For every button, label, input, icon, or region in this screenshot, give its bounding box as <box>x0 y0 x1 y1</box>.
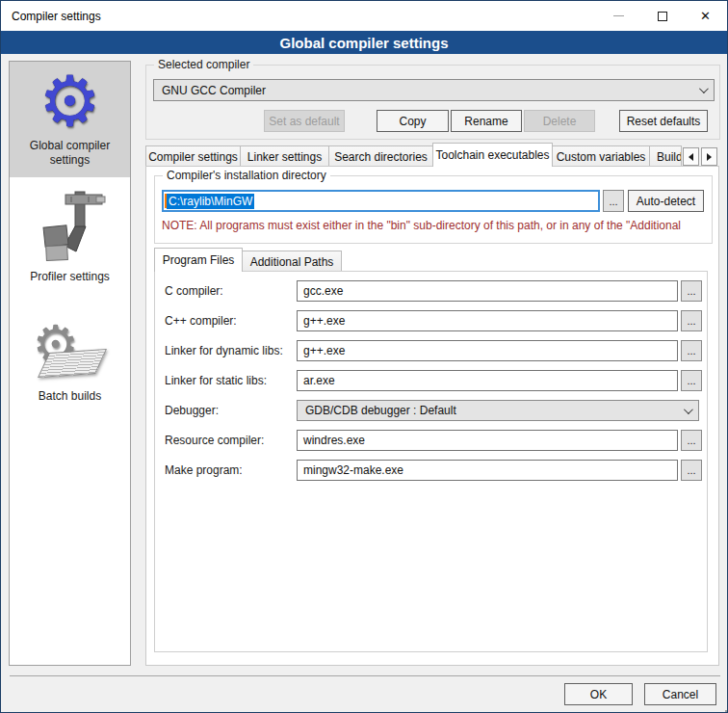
copy-button[interactable]: Copy <box>377 110 449 132</box>
browse-button[interactable]: ... <box>681 340 702 361</box>
tab-toolchain-executables[interactable]: Toolchain executables <box>432 143 553 167</box>
auto-detect-button[interactable]: Auto-detect <box>628 190 704 212</box>
field-label: Linker for static libs: <box>165 374 297 387</box>
installation-directory-row: C:\raylib\MinGW ... Auto-detect <box>162 190 704 212</box>
delete-button: Delete <box>524 110 595 132</box>
program-files-panel: C compiler: gcc.exe ... C++ compiler: g+… <box>154 271 708 652</box>
settings-sidebar: ⚙ Global compiler settings Profiler sett… <box>9 61 131 666</box>
compiler-select[interactable]: GNU GCC Compiler <box>153 79 715 101</box>
tab-compiler-settings[interactable]: Compiler settings <box>145 145 241 167</box>
tab-custom-variables[interactable]: Custom variables <box>552 145 650 167</box>
make-program-row: Make program: mingw32-make.exe ... <box>155 460 707 481</box>
right-arrow-icon <box>707 153 712 161</box>
dynamic-linker-row: Linker for dynamic libs: g++.exe ... <box>155 340 707 361</box>
sidebar-item-label: Batch builds <box>35 387 105 409</box>
maximize-button[interactable] <box>640 1 684 31</box>
resource-compiler-row: Resource compiler: windres.exe ... <box>155 430 707 451</box>
sidebar-item-label: Profiler settings <box>26 268 114 290</box>
reset-defaults-button[interactable]: Reset defaults <box>619 110 708 132</box>
make-program-input[interactable]: mingw32-make.exe <box>297 460 678 481</box>
tab-program-files[interactable]: Program Files <box>154 248 243 272</box>
minimize-button[interactable] <box>597 1 640 31</box>
sidebar-item-label: Global compiler settings <box>10 137 130 173</box>
tab-search-directories[interactable]: Search directories <box>328 145 433 167</box>
sidebar-item-global-compiler-settings[interactable]: ⚙ Global compiler settings <box>10 62 130 177</box>
titlebar: Compiler settings ✕ <box>1 1 727 31</box>
resize-grip[interactable] <box>721 706 723 708</box>
field-label: Linker for dynamic libs: <box>165 344 297 357</box>
blue-gear-icon: ⚙ <box>39 66 101 137</box>
static-linker-row: Linker for static libs: ar.exe ... <box>155 370 707 391</box>
set-as-default-button: Set as default <box>264 110 345 132</box>
static-linker-input[interactable]: ar.exe <box>297 370 678 391</box>
cancel-button[interactable]: Cancel <box>644 683 716 705</box>
browse-button[interactable]: ... <box>681 430 702 451</box>
cpp-compiler-input[interactable]: g++.exe <box>297 310 678 331</box>
ok-button[interactable]: OK <box>564 683 633 705</box>
debugger-select-value: GDB/CDB debugger : Default <box>305 404 684 417</box>
left-arrow-icon <box>689 153 693 161</box>
field-label: Resource compiler: <box>165 434 297 447</box>
c-compiler-row: C compiler: gcc.exe ... <box>155 280 707 302</box>
batch-builds-icon: ⚙ <box>27 322 114 387</box>
browse-button[interactable]: ... <box>681 280 702 302</box>
field-label: Make program: <box>165 463 297 477</box>
tab-scroll-right-button[interactable] <box>701 147 717 166</box>
program-files-tabstrip: Program Files Additional Paths <box>154 248 341 272</box>
dynamic-linker-input[interactable]: g++.exe <box>297 340 678 361</box>
chevron-down-icon <box>699 84 709 93</box>
cpp-compiler-row: C++ compiler: g++.exe ... <box>155 310 707 331</box>
debugger-row: Debugger: GDB/CDB debugger : Default <box>155 400 707 421</box>
selected-path-text: C:\raylib\MinGW <box>167 194 254 209</box>
compiler-select-value: GNU GCC Compiler <box>162 84 699 97</box>
sidebar-item-profiler-settings[interactable]: Profiler settings <box>10 187 130 291</box>
field-label: C++ compiler: <box>165 314 297 328</box>
note-text: NOTE: All programs must exist either in … <box>162 219 707 232</box>
field-label: Debugger: <box>165 404 297 417</box>
tab-linker-settings[interactable]: Linker settings <box>240 145 329 167</box>
group-label: Compiler's installation directory <box>163 169 330 182</box>
settings-tabstrip: Compiler settings Linker settings Search… <box>145 143 717 167</box>
selected-compiler-group: Selected compiler GNU GCC Compiler Set a… <box>145 65 720 140</box>
browse-button[interactable]: ... <box>681 460 702 481</box>
window-title: Compiler settings <box>1 10 597 23</box>
group-label: Selected compiler <box>154 58 253 71</box>
sidebar-item-batch-builds[interactable]: ⚙ Batch builds <box>10 316 130 414</box>
page-title: Global compiler settings <box>1 31 727 54</box>
tab-build-options[interactable]: Build <box>649 145 682 167</box>
chevron-down-icon <box>684 405 693 414</box>
caliper-icon <box>33 188 108 268</box>
toolchain-executables-page: Compiler's installation directory C:\ray… <box>145 166 719 666</box>
close-button[interactable]: ✕ <box>684 1 727 31</box>
installation-directory-input[interactable]: C:\raylib\MinGW <box>162 190 600 212</box>
installation-directory-group: Compiler's installation directory C:\ray… <box>154 175 713 244</box>
tab-additional-paths[interactable]: Additional Paths <box>242 251 342 272</box>
compiler-buttons-row: Set as default Copy Rename Delete Reset … <box>146 110 719 132</box>
browse-button[interactable]: ... <box>681 370 702 391</box>
resource-compiler-input[interactable]: windres.exe <box>297 430 678 451</box>
maximize-icon <box>658 12 667 21</box>
tab-scroll-left-button[interactable] <box>683 147 699 166</box>
browse-button[interactable]: ... <box>681 310 702 331</box>
compiler-settings-dialog: Compiler settings ✕ Global compiler sett… <box>0 0 728 713</box>
rename-button[interactable]: Rename <box>451 110 522 132</box>
debugger-select[interactable]: GDB/CDB debugger : Default <box>297 400 699 421</box>
field-label: C compiler: <box>165 284 297 298</box>
minimize-icon <box>613 15 624 16</box>
footer-divider <box>10 675 720 676</box>
close-icon: ✕ <box>700 10 711 22</box>
c-compiler-input[interactable]: gcc.exe <box>297 280 678 302</box>
browse-directory-button[interactable]: ... <box>603 190 624 212</box>
